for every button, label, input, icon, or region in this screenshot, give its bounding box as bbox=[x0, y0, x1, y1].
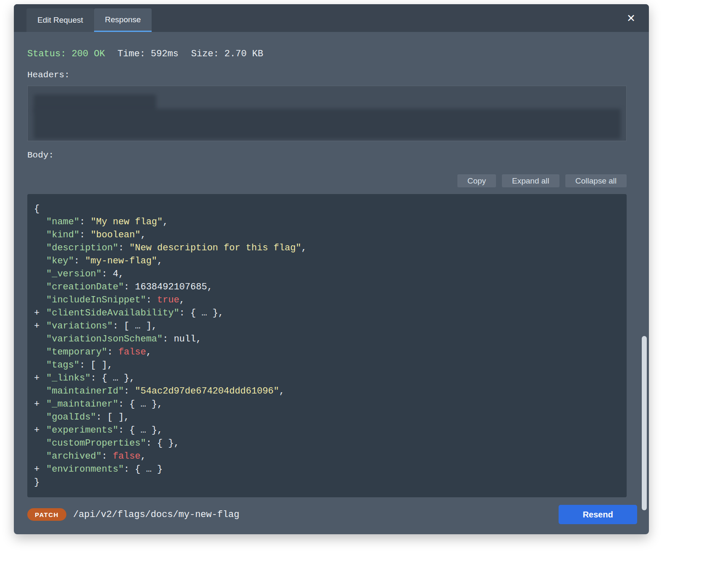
json-token: "description" bbox=[46, 243, 118, 253]
request-footer: PATCH /api/v2/flags/docs/my-new-flag Res… bbox=[14, 497, 649, 524]
json-token: null bbox=[174, 334, 196, 344]
json-token: : bbox=[102, 269, 113, 279]
json-line: { bbox=[27, 202, 627, 215]
json-line: "includeInSnippet": true, bbox=[27, 294, 627, 307]
status-row: Status: 200 OK Time: 592ms Size: 2.70 KB bbox=[27, 49, 627, 59]
json-token: false bbox=[113, 451, 140, 462]
json-token: "name" bbox=[46, 217, 79, 227]
json-token: , bbox=[179, 295, 185, 305]
expand-toggle[interactable]: + bbox=[34, 307, 46, 320]
json-line: "goalIds": [ ], bbox=[27, 411, 627, 424]
json-token: } bbox=[34, 477, 39, 488]
json-token: , bbox=[196, 334, 201, 344]
body-toolbar: Copy Expand all Collapse all bbox=[27, 174, 627, 187]
json-token: : [ … ], bbox=[113, 321, 157, 331]
expand-toggle[interactable]: + bbox=[34, 463, 46, 476]
json-token: "creationDate" bbox=[46, 282, 124, 292]
json-token: true bbox=[157, 295, 179, 305]
json-token: "variations" bbox=[46, 321, 113, 331]
json-line: "description": "New description for this… bbox=[27, 242, 627, 255]
json-token: "maintainerId" bbox=[46, 386, 124, 396]
headers-label: Headers: bbox=[27, 70, 627, 80]
tab-response[interactable]: Response bbox=[94, 8, 152, 32]
json-token: : bbox=[102, 451, 113, 462]
expand-toggle[interactable]: + bbox=[34, 398, 46, 411]
tab-edit-request[interactable]: Edit Request bbox=[26, 8, 94, 32]
json-line: "tags": [ ], bbox=[27, 359, 627, 372]
json-token: "goalIds" bbox=[46, 412, 96, 423]
json-line: +"clientSideAvailability": { … }, bbox=[27, 307, 627, 320]
json-viewer: {"name": "My new flag","kind": "boolean"… bbox=[27, 194, 627, 497]
close-icon[interactable]: ✕ bbox=[627, 13, 635, 24]
json-line: "_version": 4, bbox=[27, 268, 627, 281]
json-token: 4 bbox=[113, 269, 118, 279]
json-line: "key": "my-new-flag", bbox=[27, 255, 627, 268]
json-token: "my-new-flag" bbox=[85, 256, 157, 266]
json-token: , bbox=[146, 347, 152, 357]
body-label: Body: bbox=[27, 150, 627, 160]
json-token: : { … } bbox=[124, 464, 163, 475]
headers-box bbox=[27, 86, 627, 141]
redacted-headers-blur bbox=[34, 109, 621, 139]
json-line: "temporary": false, bbox=[27, 346, 627, 359]
json-token: "key" bbox=[46, 256, 74, 266]
json-line: +"experiments": { … }, bbox=[27, 424, 627, 437]
expand-toggle[interactable]: + bbox=[34, 424, 46, 437]
json-token: "variationJsonSchema" bbox=[46, 334, 163, 344]
expand-toggle[interactable]: + bbox=[34, 320, 46, 333]
json-token: "_version" bbox=[46, 269, 102, 279]
json-token: : { … }, bbox=[91, 373, 135, 383]
json-token: "My new flag" bbox=[91, 217, 163, 227]
json-token: : [ ], bbox=[96, 412, 129, 423]
scrollbar-thumb[interactable] bbox=[642, 336, 647, 510]
json-token: : bbox=[107, 347, 118, 357]
request-path: /api/v2/flags/docs/my-new-flag bbox=[73, 509, 239, 520]
json-token: : bbox=[124, 282, 135, 292]
response-dialog: Edit Request Response ✕ Status: 200 OK T… bbox=[14, 4, 649, 534]
collapse-all-button[interactable]: Collapse all bbox=[565, 174, 627, 187]
json-token: "includeInSnippet" bbox=[46, 295, 146, 305]
json-token: 1638492107685 bbox=[135, 282, 207, 292]
size-text: Size: 2.70 KB bbox=[191, 49, 263, 59]
resend-button[interactable]: Resend bbox=[559, 505, 637, 524]
json-token: "customProperties" bbox=[46, 438, 146, 449]
time-text: Time: 592ms bbox=[118, 49, 178, 59]
json-line: +"environments": { … } bbox=[27, 463, 627, 476]
json-token: : bbox=[74, 256, 85, 266]
json-token: "_maintainer" bbox=[46, 399, 118, 410]
json-line: "creationDate": 1638492107685, bbox=[27, 281, 627, 294]
json-token: "boolean" bbox=[91, 230, 141, 240]
method-badge: PATCH bbox=[27, 508, 66, 521]
json-token: : bbox=[163, 334, 173, 344]
json-token: , bbox=[157, 256, 163, 266]
status-text: Status: 200 OK bbox=[27, 49, 105, 59]
json-token: , bbox=[118, 269, 124, 279]
json-token: "54ac2d97de674204ddd61096" bbox=[135, 386, 279, 396]
json-token: , bbox=[207, 282, 213, 292]
json-token: "_links" bbox=[46, 373, 91, 383]
json-token: "environments" bbox=[46, 464, 124, 475]
json-line: +"variations": [ … ], bbox=[27, 320, 627, 333]
json-line: "name": "My new flag", bbox=[27, 215, 627, 228]
json-token: : { }, bbox=[146, 438, 179, 449]
json-token: : { … }, bbox=[118, 399, 163, 410]
json-token: : bbox=[118, 243, 129, 253]
json-token: : bbox=[79, 230, 90, 240]
json-token: : { … }, bbox=[179, 308, 224, 318]
json-token: "temporary" bbox=[46, 347, 107, 357]
json-token: : bbox=[79, 217, 90, 227]
copy-button[interactable]: Copy bbox=[457, 174, 496, 187]
expand-all-button[interactable]: Expand all bbox=[502, 174, 559, 187]
json-token: "tags" bbox=[46, 360, 79, 370]
response-content: Status: 200 OK Time: 592ms Size: 2.70 KB… bbox=[14, 49, 649, 497]
json-token: , bbox=[140, 230, 146, 240]
json-token: , bbox=[279, 386, 285, 396]
json-token: "experiments" bbox=[46, 425, 118, 436]
expand-toggle[interactable]: + bbox=[34, 372, 46, 385]
json-token: "kind" bbox=[46, 230, 79, 240]
json-line: +"_maintainer": { … }, bbox=[27, 398, 627, 411]
json-token: false bbox=[118, 347, 146, 357]
json-line: +"_links": { … }, bbox=[27, 372, 627, 385]
json-token: { bbox=[34, 204, 39, 214]
json-token: : [ ], bbox=[79, 360, 113, 370]
